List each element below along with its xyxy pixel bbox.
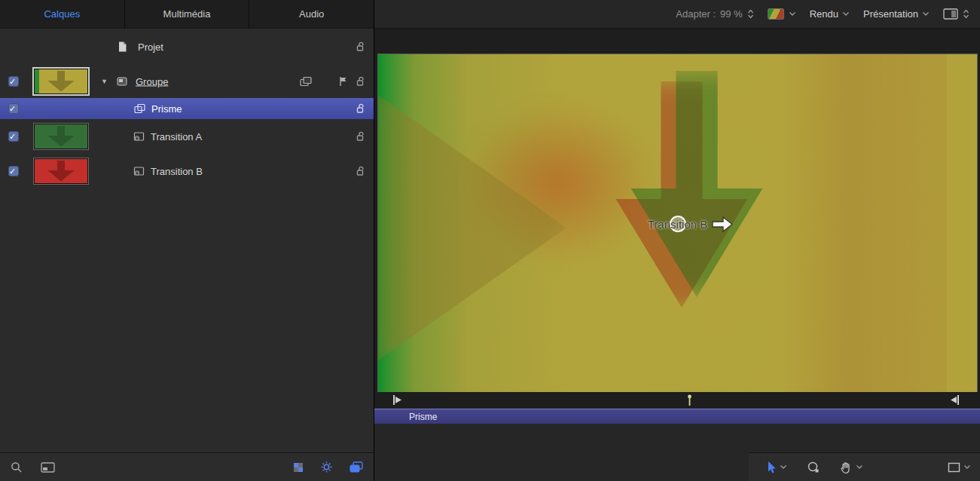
disclosure-triangle-icon[interactable]: ▼ [101,78,108,85]
transition-b-label: Transition B [151,166,203,177]
tab-calques[interactable]: Calques [0,0,125,28]
zoom-value: 99 % [720,8,743,20]
transition-a-thumbnail[interactable] [34,124,88,149]
select-tool-icon[interactable] [765,461,777,474]
mini-timeline-ruler[interactable] [374,392,980,409]
lock-open-icon[interactable] [356,103,365,114]
lock-open-icon[interactable] [356,166,365,176]
transition-a-label: Transition A [151,131,202,142]
rendu-menu[interactable]: Rendu [810,8,850,20]
canvas-stage: Transition B [374,29,980,421]
project-label: Projet [138,41,163,53]
lock-open-icon[interactable] [356,131,365,142]
group-label[interactable]: Groupe [136,76,168,87]
mini-window-icon[interactable] [41,462,55,473]
layers-panel-toolbar [0,452,374,481]
transition-b-thumbnail[interactable] [34,158,88,184]
tab-multimedia[interactable]: Multimédia [125,0,250,28]
document-icon [118,41,127,53]
transition-effect-icon [134,104,145,114]
motion-app-window: Calques Multimédia Audio Projet ✓ ▼ [0,0,980,481]
transition-overlay-label: Transition B [648,218,707,231]
transparency-checker-icon[interactable] [293,462,304,473]
rendu-label: Rendu [810,8,838,20]
pan-hand-tool-icon[interactable] [839,461,853,474]
display-layout-control[interactable] [943,8,969,20]
show-layers-icon[interactable] [350,461,363,473]
render-settings-gear-icon[interactable] [320,461,333,473]
tab-audio[interactable]: Audio [249,0,374,28]
prisme-label: Prisme [151,103,182,115]
media-layer-icon [133,167,145,176]
presentation-label: Présentation [863,8,918,20]
in-point-marker[interactable] [392,394,402,409]
canvas-tools-toolbar: T [749,452,980,481]
layer-row-group[interactable]: ✓ ▼ Groupe [0,65,374,98]
group-thumbnail[interactable] [34,69,88,94]
transition-direction-arrow[interactable] [711,214,734,237]
adapter-label: Adapter : [676,8,716,20]
transition-a-checkbox[interactable]: ✓ [8,131,19,142]
group-checkbox[interactable]: ✓ [8,76,19,87]
chevron-down-icon [922,11,930,17]
chevron-down-icon[interactable] [856,464,863,470]
shape-rectangle-tool-icon[interactable] [948,462,960,473]
chevron-down-icon [842,11,850,17]
layer-row-project[interactable]: Projet [0,29,374,65]
group-media-icon[interactable] [300,77,312,87]
chevron-down-icon[interactable] [780,464,787,470]
canvas-right-band [781,54,947,394]
playhead-marker[interactable] [686,394,693,409]
left-panel-tabbar: Calques Multimédia Audio [0,0,374,29]
chevron-down-icon [789,11,796,17]
adjust-tool-icon[interactable] [807,461,820,473]
layers-list: Projet ✓ ▼ Groupe [0,29,374,452]
canvas-viewport[interactable]: Transition B [378,54,977,394]
layer-row-transition-b[interactable]: ✓ Transition B [0,154,374,188]
flag-icon[interactable] [339,76,347,87]
presentation-menu[interactable]: Présentation [863,8,930,20]
lock-open-icon[interactable] [356,41,365,52]
canvas-area: Adapter : 99 % Rendu Présentation [374,0,980,481]
lock-open-icon[interactable] [356,76,365,87]
stepper-icon[interactable] [963,8,969,20]
transition-b-checkbox[interactable]: ✓ [8,166,19,176]
display-window-icon [943,8,958,20]
layer-row-transition-a[interactable]: ✓ Transition A [0,119,374,154]
group-icon [117,77,127,86]
search-icon[interactable] [11,461,23,473]
timeline-bar-label: Prisme [374,412,437,422]
canvas-top-toolbar: Adapter : 99 % Rendu Présentation [374,0,980,29]
mini-timeline-bar[interactable]: Prisme [374,409,980,424]
media-layer-icon [133,132,145,142]
chevron-down-icon[interactable] [963,464,971,470]
color-thumbnail-icon [768,8,784,20]
zoom-control[interactable]: Adapter : 99 % [676,8,753,20]
stepper-icon[interactable] [747,8,754,20]
channel-view-dropdown[interactable] [768,8,796,20]
layer-row-prisme[interactable]: ✓ Prisme [0,98,374,119]
out-point-marker[interactable] [950,394,960,409]
prisme-checkbox[interactable]: ✓ [8,103,19,114]
